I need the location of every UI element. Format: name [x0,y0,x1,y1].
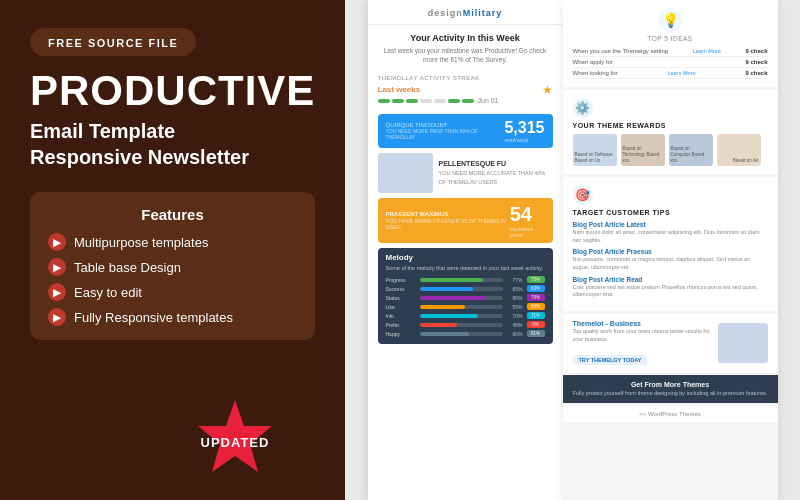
bullet-icon-3: ▶ [48,283,66,301]
emr-themelet-text: Themelot - Business Top quality work fro… [573,320,712,365]
em-bar-badge-2: 63% [527,285,545,292]
email-mockup-right: 💡 TOP 5 IDEAS When you use the Themelgy … [563,0,778,500]
emr-themelet-brand: Themelot - Business [573,320,712,327]
em-praesent-text: YOU HAVE MORE PRAESER 55 OF THEMELAV USE… [386,218,510,230]
emr-blog-text-2: Nisi posuere, commodo ut magna tempor, d… [573,256,768,271]
em-bar-fill-7 [420,332,470,336]
streak-dot-5 [434,99,446,103]
em-img-text: PELLENTESQUE FU YOU NEED MORE ACCURATE T… [439,160,553,186]
emr-themelet-desc: Top quality work from your team means be… [573,328,712,343]
em-bar-track-4 [420,305,503,309]
emr-thumb-caption-1: Based on Software Based on Us [575,152,615,164]
em-stat-num: 5,315 [504,119,544,137]
emr-thumb-caption-3: Based on Computer Based xxx [671,146,711,164]
emr-list-row-1: When you use the Themelgy setting Learn … [573,46,768,57]
em-praesent-right: 54 days/week streak [510,203,545,238]
emr-themelet-btn[interactable]: TRY THEMELGY TODAY [573,355,648,365]
emr-thumb-3: Based on Computer Based xxx [669,134,713,166]
bullet-icon-4: ▶ [48,308,66,326]
features-box: Features ▶ Multipurpose templates ▶ Tabl… [30,192,315,340]
em-bar-track-1 [420,278,503,282]
em-stat-yellow: PRAESENT MAXIMUS YOU HAVE MORE PRAESER 5… [378,198,553,243]
streak-date: Jun 01 [478,97,499,104]
subtitle-line2: Responsive Newsletter [30,146,249,168]
em-bar-row-7: Happy 60% 61% [386,330,545,337]
free-badge: FREE SOURCE FILE [30,28,196,56]
subtitle: Email Template Responsive Newsletter [30,118,315,170]
emr-list-count-3: 9 check [745,70,767,76]
emr-blog-title-1: Blog Post Article Latest [573,221,768,228]
emr-blog-text-3: Cras posuere sed est atque pretium Phase… [573,284,768,299]
em-melody-text: Some of the melody that were detected in… [386,265,545,271]
em-bar-fill-5 [420,314,478,318]
em-bar-track-5 [420,314,503,318]
emr-wp-themes[interactable]: >> WordPress Themes [563,406,778,422]
left-panel: FREE SOURCE FILE PRODUCTIVE Email Templa… [0,0,345,500]
em-bar-pct-7: 60% [507,331,523,337]
emr-themelet-img [718,323,768,363]
feature-text-1: Multipurpose templates [74,235,208,250]
emr-list-text-1: When you use the Themelgy setting [573,48,669,54]
emr-top-card: 💡 TOP 5 IDEAS When you use the Themelgy … [563,0,778,87]
streak-dot-7 [462,99,474,103]
em-stat-sub: word/weak [504,137,544,143]
star-icon: ★ [542,83,553,97]
emr-blog-item-2: Blog Post Article Praesus Nisi posuere, … [573,248,768,271]
emr-getmore-card: Get From More Themes Fully protect yours… [563,375,778,404]
emr-thumb-2: Based on Technology Based xxx [621,134,665,166]
em-stat-blue-left: QUIRQUE TINCIDUNT YOU NEED MORE PROF THA… [386,122,505,140]
emr-getmore-text: Fully protect yourself from theme design… [573,390,768,398]
em-bar-fill-2 [420,287,474,291]
starburst-label: UPDATED [201,435,270,451]
emr-themelet-card: Themelot - Business Top quality work fro… [563,314,778,371]
em-bar-fill-4 [420,305,466,309]
em-bar-track-6 [420,323,503,327]
em-melody: Melody Some of the melody that were dete… [378,248,553,344]
em-bar-pct-6: 45% [507,322,523,328]
em-bar-label-2: Success [386,286,416,292]
emr-getmore-title: Get From More Themes [573,381,768,388]
streak-dot-4 [420,99,432,103]
emr-customer-card: 🎯 TARGET CUSTOMER TIPS Blog Post Article… [563,177,778,311]
em-praesent-num: 54 [510,203,545,226]
em-bar-track-2 [420,287,503,291]
emr-list-row-3: When looking for Learn More 9 check [573,68,768,79]
emr-list-text-2: When apply for [573,59,613,65]
emr-blog-text-1: Nam ipsum dolor sit amet, consectetur ad… [573,229,768,244]
emr-list-text-3: When looking for [573,70,618,76]
em-bar-row-3: Status 80% 79% [386,294,545,301]
right-panel: designMilitary Your Activity In this Wee… [345,0,800,500]
emr-thumb-caption-2: Based on Technology Based xxx [623,146,663,164]
target-icon: 🎯 [573,185,593,205]
em-streak-week: Last weeks [378,85,421,94]
em-bar-badge-7: 61% [527,330,545,337]
em-bar-pct-1: 77% [507,277,523,283]
em-praesent-sub: days/week streak [510,226,545,238]
features-title: Features [48,206,297,223]
em-bar-label-3: Status [386,295,416,301]
em-title-section: Your Activity In this Week Last week you… [368,25,563,70]
em-praesent-left: PRAESENT MAXIMUS YOU HAVE MORE PRAESER 5… [386,211,510,230]
free-badge-label: FREE SOURCE FILE [48,37,178,49]
em-bar-row-1: Progress 77% 75% [386,276,545,283]
em-stat-blue-right: 5,315 word/weak [504,119,544,143]
email-mockup-left: designMilitary Your Activity In this Wee… [368,0,563,500]
em-bar-row-2: Success 65% 63% [386,285,545,292]
emr-theme-card: ⚙️ YOUR THEME REWARDS Based on Software … [563,90,778,174]
em-bar-pct-2: 65% [507,286,523,292]
streak-dot-2 [392,99,404,103]
em-logo: designMilitary [378,8,553,18]
emr-blog-title-2: Blog Post Article Praesus [573,248,768,255]
emr-top-label: TOP 5 IDEAS [647,35,692,42]
em-bar-pct-5: 70% [507,313,523,319]
gear-icon: ⚙️ [573,98,593,118]
emr-blog-title-3: Blog Post Article Read [573,276,768,283]
em-bar-badge-6: 0% [527,321,545,328]
em-bar-fill-1 [420,278,484,282]
bullet-icon-2: ▶ [48,258,66,276]
em-melody-title: Melody [386,253,545,262]
em-bar-row-6: Prefer. 45% 0% [386,321,545,328]
em-logo-design: design [428,8,463,18]
feature-text-2: Table base Design [74,260,181,275]
streak-dot-3 [406,99,418,103]
